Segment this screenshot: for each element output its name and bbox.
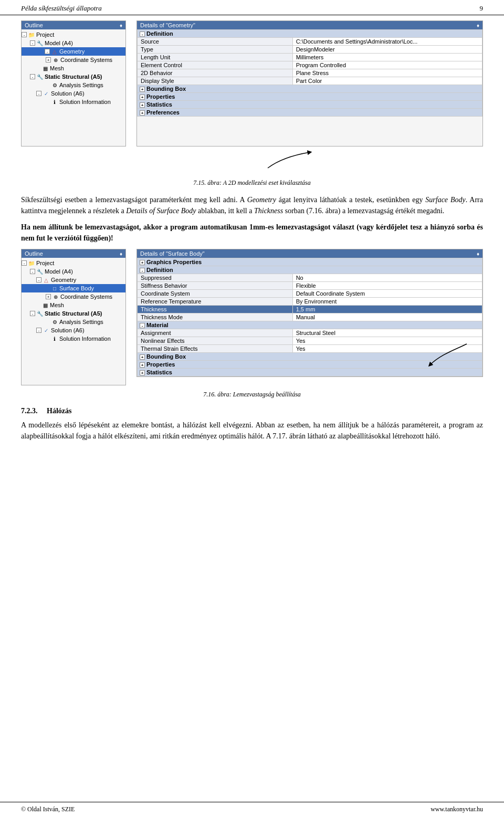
tree-item-mesh[interactable]: ▦ Mesh <box>22 64 125 72</box>
figure2-row: Outline ♦ - 📁 Project - 🔧 Model (A4) - <box>21 249 483 385</box>
tree2-item-surface-body[interactable]: □ Surface Body <box>22 284 125 292</box>
figure2-caption-text: 7.16. ábra: Lemezvastagság beállítása <box>203 391 301 398</box>
expand-definition[interactable]: - <box>140 32 145 37</box>
expand2-solution[interactable]: - <box>36 328 41 333</box>
tree-label-coord: Coordinate Systems <box>60 57 112 63</box>
tree-label-solution: Solution (A6) <box>51 90 85 97</box>
expand-properties[interactable]: + <box>140 95 145 100</box>
outline-panel-2: Outline ♦ - 📁 Project - 🔧 Model (A4) - <box>21 249 126 385</box>
expand-statistics[interactable]: + <box>140 102 145 108</box>
expand-project[interactable]: - <box>22 32 27 37</box>
tree2-label-analysis: Analysis Settings <box>59 319 103 325</box>
row-nonlinear: Nonlinear Effects Yes <box>138 337 482 345</box>
details-title-1: Details of "Geometry" <box>140 22 195 28</box>
tree2-item-static[interactable]: - 🔧 Static Structural (A5) <box>22 309 125 318</box>
label-length-unit: Length Unit <box>138 54 293 61</box>
row-thermal-strain: Thermal Strain Effects Yes <box>138 345 482 353</box>
tree2-label-coord: Coordinate Systems <box>60 294 112 300</box>
geometry-italic: Geometry <box>247 196 276 204</box>
tree-item-static[interactable]: - 🔧 Static Structural (A5) <box>22 72 125 81</box>
expand2-geometry[interactable]: - <box>36 277 41 282</box>
section-material: -Material <box>138 321 482 329</box>
tree2-label-solution: Solution (A6) <box>51 327 85 333</box>
figure1-caption-text: 7.15. ábra: A 2D modellezési eset kivála… <box>193 179 311 186</box>
section-statistics: +Statistics <box>138 101 482 109</box>
analysis-icon: ⚙ <box>51 81 58 89</box>
tree-item-coordinate[interactable]: + ⊕ Coordinate Systems <box>22 56 125 64</box>
mesh2-icon: ▦ <box>41 301 49 309</box>
expand2-static[interactable]: - <box>30 311 35 316</box>
tree-label-static: Static Structural (A5) <box>45 74 102 80</box>
warning-text: Ha nem állítunk be lemezvastagságot, akk… <box>21 223 483 242</box>
row-assignment: Assignment Structural Steel <box>138 329 482 337</box>
expand-statistics2[interactable]: + <box>140 370 145 375</box>
expand2-coord[interactable]: + <box>46 294 51 299</box>
tree2-item-coordinate[interactable]: + ⊕ Coordinate Systems <box>22 292 125 301</box>
tree2-item-solution-info[interactable]: ℹ Solution Information <box>22 334 125 343</box>
expand-definition2[interactable]: - <box>140 268 145 273</box>
row-source: Source C:\Documents and Settings\Adminis… <box>138 38 482 46</box>
tree2-item-geometry[interactable]: - △ Geometry <box>22 276 125 284</box>
expand-graphics[interactable]: + <box>140 260 145 265</box>
page-number: 9 <box>480 4 484 13</box>
page-title: Példa síkfeszültségi állapotra <box>21 4 102 13</box>
outline-pin-2: ♦ <box>120 251 122 257</box>
row-ref-temp: Reference Temperature By Environment <box>138 298 482 306</box>
tree-item-project[interactable]: - 📁 Project <box>22 30 125 39</box>
details-pin-1: ♦ <box>477 23 479 28</box>
section-723-para1: A modellezés első lépéseként az elemekre… <box>21 420 483 442</box>
row-thickness-mode: Thickness Mode Manual <box>138 313 482 321</box>
tree2-item-project[interactable]: - 📁 Project <box>22 259 125 267</box>
value-type: DesignModeler <box>292 46 482 54</box>
outline-title-2: Outline <box>25 250 43 257</box>
tree2-item-model[interactable]: - 🔧 Model (A4) <box>22 267 125 276</box>
figure1-caption: 7.15. ábra: A 2D modellezési eset kivála… <box>21 179 483 187</box>
body-warning: Ha nem állítunk be lemezvastagságot, akk… <box>21 222 483 244</box>
arrow-svg-1 <box>262 150 326 171</box>
static-icon: 🔧 <box>36 73 44 80</box>
outline-pin-1: ♦ <box>120 23 122 28</box>
geometry2-icon: △ <box>43 276 50 284</box>
tree-item-solution[interactable]: - ✓ Solution (A6) <box>22 89 125 98</box>
figure2-caption: 7.16. ábra: Lemezvastagság beállítása <box>21 391 483 399</box>
tree2-item-analysis[interactable]: ⚙ Analysis Settings <box>22 318 125 326</box>
value-element-control: Program Controlled <box>292 61 482 69</box>
expand-geometry[interactable]: - <box>45 49 50 54</box>
details-title-2: Details of "Surface Body" <box>140 250 205 257</box>
coord-icon: ⊕ <box>52 56 59 64</box>
section-preferences: +Preferences <box>138 109 482 117</box>
tree-item-solution-info[interactable]: ℹ Solution Information <box>22 98 125 106</box>
outline-panel-1: Outline ♦ - 📁 Project - 🔧 Model (A4) <box>21 20 126 146</box>
section-graphics: +Graphics Properties <box>138 258 482 266</box>
tree-item-analysis[interactable]: ⚙ Analysis Settings <box>22 81 125 89</box>
tree-item-model[interactable]: - 🔧 Model (A4) <box>22 39 125 47</box>
expand-model[interactable]: - <box>30 40 35 46</box>
expand2-project[interactable]: - <box>22 260 27 266</box>
expand-bounding[interactable]: + <box>140 87 145 92</box>
expand-bounding2[interactable]: + <box>140 354 145 360</box>
label-thickness-mode: Thickness Mode <box>138 313 293 321</box>
tree2-item-solution[interactable]: - ✓ Solution (A6) <box>22 326 125 334</box>
expand-solution[interactable]: - <box>36 91 41 96</box>
section-723-title: Hálózás <box>47 407 71 415</box>
geometry-icon: △ <box>51 48 58 55</box>
tree2-item-mesh[interactable]: ▦ Mesh <box>22 301 125 309</box>
expand-static[interactable]: - <box>30 74 35 79</box>
expand-properties2[interactable]: + <box>140 362 145 368</box>
tree-label-model: Model (A4) <box>45 40 73 46</box>
static2-icon: 🔧 <box>36 310 44 317</box>
expand-coord[interactable]: + <box>46 57 51 62</box>
tree-label-mesh: Mesh <box>50 65 64 71</box>
footer-right: www.tankonyvtar.hu <box>430 805 483 813</box>
value-stiffness: Flexible <box>292 282 482 290</box>
expand2-model[interactable]: - <box>30 269 35 274</box>
page-footer: © Oldal István, SZIE www.tankonyvtar.hu <box>0 802 504 816</box>
label-coord-system: Coordinate System <box>138 290 293 298</box>
expand-material[interactable]: - <box>140 323 145 328</box>
thickness-italic: Thickness <box>254 207 283 215</box>
label-source: Source <box>138 38 293 46</box>
details-table-1: -Definition Source C:\Documents and Sett… <box>137 29 482 117</box>
details-panel-2: Details of "Surface Body" ♦ +Graphics Pr… <box>136 249 483 377</box>
tree-item-geometry[interactable]: - △ Geometry <box>22 47 125 56</box>
expand-preferences[interactable]: + <box>140 110 145 116</box>
